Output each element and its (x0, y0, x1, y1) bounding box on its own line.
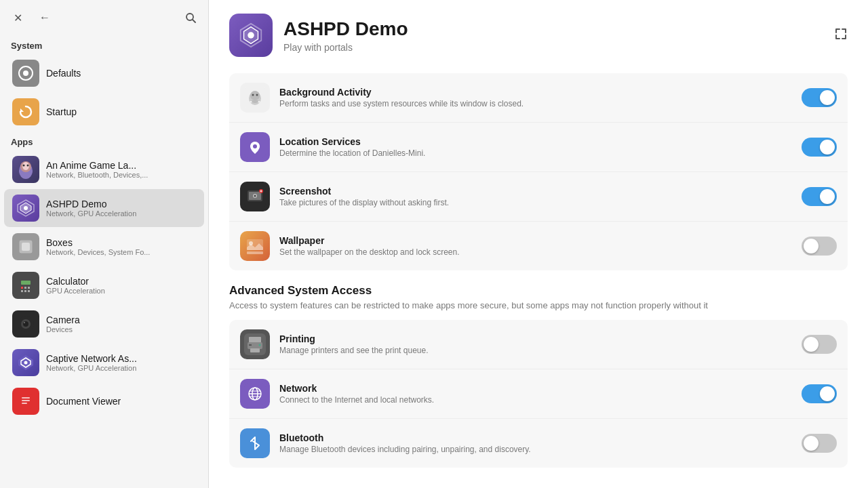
permission-row-wallpaper: Wallpaper Set the wallpaper on the deskt… (229, 222, 848, 270)
boxes-icon (12, 233, 39, 260)
bluetooth-icon (240, 428, 270, 458)
svg-point-50 (254, 195, 256, 197)
svg-rect-22 (28, 290, 30, 292)
bluetooth-desc: Manage Bluetooth devices including pairi… (279, 445, 802, 454)
ashpd-sidebar-label: ASHPD Demo (46, 199, 136, 209)
main-content: ASHPD Demo Play with portals (209, 0, 868, 488)
background-icon (240, 83, 270, 113)
background-toggle[interactable] (802, 88, 837, 107)
animegame-icon (12, 156, 39, 183)
docviewer-label: Document Viewer (46, 396, 121, 407)
search-icon (185, 12, 196, 23)
sidebar-item-animegame[interactable]: An Anime Game La... Network, Bluetooth, … (4, 150, 204, 188)
sidebar-items: System Defaults Startup (0, 35, 208, 488)
svg-line-1 (193, 20, 195, 22)
svg-rect-16 (21, 281, 31, 285)
sidebar-item-captive[interactable]: Captive Network As... Network, GPU Accel… (4, 344, 204, 382)
svg-marker-4 (20, 108, 24, 112)
sidebar-item-docviewer[interactable]: Document Viewer (4, 382, 204, 420)
svg-point-63 (259, 344, 261, 346)
background-desc: Perform tasks and use system resources w… (279, 99, 802, 108)
sidebar-header-left: ✕ ← (8, 8, 54, 27)
svg-point-12 (24, 206, 28, 210)
calculator-icon (12, 272, 39, 299)
camera-sub: Devices (46, 325, 80, 333)
svg-point-39 (250, 91, 260, 100)
ashpd-sidebar-icon (12, 195, 39, 222)
docviewer-icon (12, 388, 39, 415)
app-subtitle: Play with portals (283, 42, 408, 53)
expand-button[interactable] (834, 27, 848, 44)
app-title-block: ASHPD Demo Play with portals (283, 18, 408, 53)
wallpaper-desc: Set the wallpaper on the desktop and loc… (279, 247, 802, 257)
captive-sub: Network, GPU Acceleration (46, 364, 137, 372)
ashpd-sidebar-sub: Network, GPU Acceleration (46, 209, 136, 218)
svg-point-9 (27, 165, 29, 167)
svg-point-43 (258, 101, 260, 103)
svg-point-36 (248, 32, 254, 39)
startup-icon (12, 98, 39, 125)
wallpaper-toggle[interactable] (802, 237, 837, 256)
svg-point-3 (23, 70, 28, 76)
svg-rect-14 (22, 243, 30, 251)
printing-title: Printing (279, 333, 802, 344)
bluetooth-toggle[interactable] (802, 434, 837, 453)
svg-rect-33 (22, 403, 27, 404)
svg-point-45 (253, 144, 257, 148)
background-text: Background Activity Perform tasks and us… (279, 87, 802, 108)
sidebar-item-startup[interactable]: Startup (4, 93, 204, 131)
app-title: ASHPD Demo (283, 18, 408, 40)
svg-rect-32 (22, 400, 30, 401)
sidebar-item-ashpd[interactable]: ASHPD Demo Network, GPU Acceleration (4, 189, 204, 227)
printing-text: Printing Manage printers and see the pri… (279, 333, 802, 355)
boxes-label: Boxes (46, 237, 150, 248)
svg-rect-17 (21, 287, 23, 289)
sidebar-item-calculator[interactable]: Calculator GPU Acceleration (4, 266, 204, 304)
search-button[interactable] (181, 8, 200, 27)
svg-rect-31 (22, 397, 30, 399)
sidebar-item-boxes[interactable]: Boxes Network, Devices, System Fo... (4, 228, 204, 266)
svg-rect-62 (249, 344, 252, 346)
close-button[interactable]: ✕ (8, 8, 27, 27)
svg-rect-21 (24, 290, 26, 292)
permissions-card: Background Activity Perform tasks and us… (229, 73, 848, 270)
system-section-label: System (0, 35, 208, 54)
svg-point-26 (24, 322, 25, 323)
svg-point-8 (23, 165, 25, 167)
network-title: Network (279, 383, 802, 394)
permission-row-network: Network Connect to the Internet and loca… (229, 369, 848, 419)
printing-icon (240, 329, 270, 359)
back-button[interactable]: ← (35, 8, 54, 27)
sidebar-item-camera[interactable]: Camera Devices (4, 305, 204, 343)
location-toggle[interactable] (802, 138, 837, 157)
permission-row-printing: Printing Manage printers and see the pri… (229, 320, 848, 369)
sidebar-item-defaults[interactable]: Defaults (4, 54, 204, 92)
svg-point-25 (23, 321, 28, 327)
svg-rect-19 (28, 287, 30, 289)
network-toggle[interactable] (802, 384, 837, 403)
screenshot-text: Screenshot Take pictures of the display … (279, 186, 802, 207)
wallpaper-title: Wallpaper (279, 235, 802, 246)
screenshot-toggle[interactable] (802, 187, 837, 206)
calculator-sub: GPU Acceleration (46, 287, 105, 295)
location-desc: Determine the location of Danielles-Mini… (279, 148, 802, 158)
defaults-label: Defaults (46, 68, 81, 79)
svg-point-41 (256, 94, 258, 96)
svg-point-42 (250, 101, 252, 103)
svg-rect-61 (250, 348, 260, 352)
expand-icon (834, 27, 848, 41)
permission-row-location: Location Services Determine the location… (229, 123, 848, 172)
bluetooth-title: Bluetooth (279, 432, 802, 443)
wallpaper-text: Wallpaper Set the wallpaper on the deskt… (279, 235, 802, 257)
svg-point-40 (252, 94, 254, 96)
location-icon (240, 132, 270, 162)
camera-icon (12, 310, 39, 338)
network-text: Network Connect to the Internet and loca… (279, 383, 802, 405)
printing-toggle[interactable] (802, 335, 837, 354)
animegame-sub: Network, Bluetooth, Devices,... (46, 171, 148, 179)
screenshot-icon (240, 182, 270, 211)
captive-label: Captive Network As... (46, 353, 137, 364)
calculator-label: Calculator (46, 276, 105, 287)
screenshot-desc: Take pictures of the display without ask… (279, 198, 802, 207)
wallpaper-icon (240, 231, 270, 261)
